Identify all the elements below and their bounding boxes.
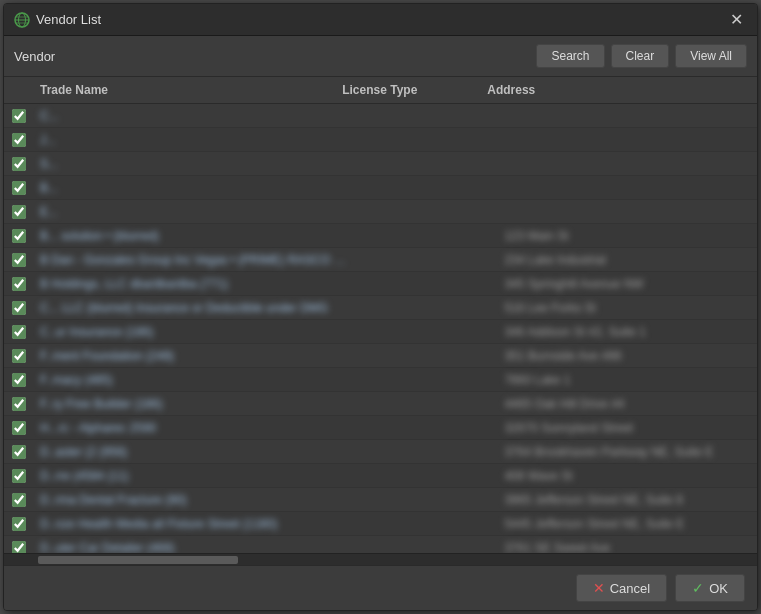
vendor-list-icon xyxy=(14,12,30,28)
row-address: 5445 Jefferson Street NE, Suite E xyxy=(504,517,749,531)
row-trade-name: D..nze Health Media all Fixture Street (… xyxy=(40,517,352,531)
row-address: 351 Burnside Ave #86 xyxy=(504,349,749,363)
row-checkbox[interactable] xyxy=(12,541,26,554)
row-checkbox[interactable] xyxy=(12,133,26,147)
footer: ✕ Cancel ✓ OK xyxy=(4,565,757,610)
title-bar: Vendor List ✕ xyxy=(4,4,757,36)
row-trade-name: H...rc - Alpharec 2590 xyxy=(40,421,352,435)
table-row: B... xyxy=(4,176,757,200)
row-address: 3764 Brookhaven Parkway NE, Suite E xyxy=(504,445,749,459)
header-trade-name: Trade Name xyxy=(40,83,342,97)
row-checkbox[interactable] xyxy=(12,205,26,219)
row-checkbox[interactable] xyxy=(12,493,26,507)
table-row: D..aster (2 (956)3764 Brookhaven Parkway… xyxy=(4,440,757,464)
row-trade-name: B Dan - Gonzales Group Inc Vegas • (PRIM… xyxy=(40,253,352,267)
row-trade-name: B... solution • (blurred) xyxy=(40,229,352,243)
row-trade-name: F..macy (485) xyxy=(40,373,352,387)
table-row: F..ry Free Builder (186)4465 Oak Hill Dr… xyxy=(4,392,757,416)
table-row: C..ur Insurance (186)346 Addison St #2, … xyxy=(4,320,757,344)
vendor-list-dialog: Vendor List ✕ Vendor Search Clear View A… xyxy=(3,3,758,611)
row-trade-name: B... xyxy=(40,181,352,195)
table-area: C...J...S...B...E...B... solution • (blu… xyxy=(4,104,757,553)
row-checkbox[interactable] xyxy=(12,517,26,531)
ok-label: OK xyxy=(709,581,728,596)
row-checkbox[interactable] xyxy=(12,109,26,123)
row-checkbox[interactable] xyxy=(12,445,26,459)
row-address: 4465 Oak Hill Drive #4 xyxy=(504,397,749,411)
h-scrollbar-thumb[interactable] xyxy=(38,556,238,564)
row-trade-name: C... LLC (blurred) Insurance or Deductib… xyxy=(40,301,352,315)
table-row: F..macy (485)7860 Lake 1 xyxy=(4,368,757,392)
table-row: H...rc - Alpharec 259032670 Sunnyland St… xyxy=(4,416,757,440)
row-address: 123 Main St xyxy=(504,229,749,243)
row-checkbox[interactable] xyxy=(12,421,26,435)
table-row: B Holdings, LLC dba/dba/dba (771)345 Spr… xyxy=(4,272,757,296)
row-checkbox[interactable] xyxy=(12,349,26,363)
row-address: 516 Lee Forks St xyxy=(504,301,749,315)
table-row: E... xyxy=(4,200,757,224)
row-checkbox[interactable] xyxy=(12,469,26,483)
table-row: D..uter Car Detailer (468)3761 SE Sweet … xyxy=(4,536,757,553)
cancel-icon: ✕ xyxy=(593,580,605,596)
row-trade-name: S... xyxy=(40,157,352,171)
row-trade-name: E... xyxy=(40,205,352,219)
row-trade-name: D..aster (2 (956) xyxy=(40,445,352,459)
table-row: B Dan - Gonzales Group Inc Vegas • (PRIM… xyxy=(4,248,757,272)
table-row: D..rma Dental Fracture (90)3965 Jefferso… xyxy=(4,488,757,512)
row-checkbox[interactable] xyxy=(12,373,26,387)
header-license-type: License Type xyxy=(342,83,487,97)
row-trade-name: D..rma Dental Fracture (90) xyxy=(40,493,352,507)
horizontal-scrollbar[interactable] xyxy=(4,553,757,565)
row-trade-name: D..rre (4584 (11) xyxy=(40,469,352,483)
row-checkbox[interactable] xyxy=(12,253,26,267)
table-row: J... xyxy=(4,128,757,152)
row-trade-name: F..ment Foundation (248) xyxy=(40,349,352,363)
row-address: 7860 Lake 1 xyxy=(504,373,749,387)
table-row: C... LLC (blurred) Insurance or Deductib… xyxy=(4,296,757,320)
cancel-button[interactable]: ✕ Cancel xyxy=(576,574,667,602)
row-trade-name: J... xyxy=(40,133,352,147)
search-button[interactable]: Search xyxy=(536,44,604,68)
row-trade-name: F..ry Free Builder (186) xyxy=(40,397,352,411)
vendor-label: Vendor xyxy=(14,49,530,64)
row-checkbox[interactable] xyxy=(12,301,26,315)
row-checkbox[interactable] xyxy=(12,157,26,171)
toolbar: Vendor Search Clear View All xyxy=(4,36,757,77)
row-trade-name: B Holdings, LLC dba/dba/dba (771) xyxy=(40,277,352,291)
ok-button[interactable]: ✓ OK xyxy=(675,574,745,602)
row-address: 345 Springhill Avenue NW xyxy=(504,277,749,291)
table-row: B... solution • (blurred)123 Main St xyxy=(4,224,757,248)
row-checkbox[interactable] xyxy=(12,229,26,243)
table-row: D..nze Health Media all Fixture Street (… xyxy=(4,512,757,536)
row-address: 234 Lake Industrial xyxy=(504,253,749,267)
table-row: S... xyxy=(4,152,757,176)
title-bar-left: Vendor List xyxy=(14,12,101,28)
table-row: D..rre (4584 (11)408 Wave St xyxy=(4,464,757,488)
row-checkbox[interactable] xyxy=(12,277,26,291)
close-button[interactable]: ✕ xyxy=(726,10,747,30)
view-all-button[interactable]: View All xyxy=(675,44,747,68)
table-row: C... xyxy=(4,104,757,128)
table-scroll[interactable]: C...J...S...B...E...B... solution • (blu… xyxy=(4,104,757,553)
dialog-title: Vendor List xyxy=(36,12,101,27)
row-address: 3965 Jefferson Street NE, Suite 8 xyxy=(504,493,749,507)
row-address: 408 Wave St xyxy=(504,469,749,483)
row-trade-name: D..uter Car Detailer (468) xyxy=(40,541,352,554)
row-address: 3761 SE Sweet Ave xyxy=(504,541,749,554)
row-checkbox[interactable] xyxy=(12,325,26,339)
ok-icon: ✓ xyxy=(692,580,704,596)
row-trade-name: C... xyxy=(40,109,352,123)
clear-button[interactable]: Clear xyxy=(611,44,670,68)
row-checkbox[interactable] xyxy=(12,397,26,411)
table-row: F..ment Foundation (248)351 Burnside Ave… xyxy=(4,344,757,368)
column-headers: Trade Name License Type Address xyxy=(4,77,757,104)
header-address: Address xyxy=(487,83,729,97)
row-trade-name: C..ur Insurance (186) xyxy=(40,325,352,339)
row-address: 32670 Sunnyland Street xyxy=(504,421,749,435)
row-address: 346 Addison St #2, Suite 1 xyxy=(504,325,749,339)
cancel-label: Cancel xyxy=(610,581,650,596)
row-checkbox[interactable] xyxy=(12,181,26,195)
